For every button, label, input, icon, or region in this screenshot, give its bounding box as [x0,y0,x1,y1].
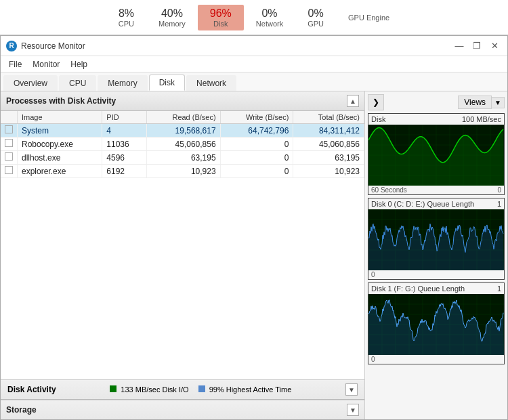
table-row[interactable]: explorer.exe 6192 10,923 0 10,923 [1,165,364,178]
tab-bar: Overview CPU Memory Disk Network [1,72,507,91]
table-row[interactable]: Robocopy.exe 11036 45,060,856 0 45,060,8… [1,138,364,151]
window-title: Resource Monitor [21,41,85,51]
disk-io-stat: 133 MB/sec Disk I/O [110,385,188,394]
process-table[interactable]: Image PID Read (B/sec) Write (B/sec) Tot… [1,111,364,379]
disk-chart-label: Disk [371,115,385,123]
blue-dot-icon [198,385,205,392]
row-read: 10,923 [146,165,220,178]
row-checkbox[interactable] [1,151,18,165]
row-total: 84,311,412 [293,124,364,138]
row-pid: 6192 [102,165,146,178]
main-window: R Resource Monitor — ❐ ✕ File Monitor He… [0,35,508,420]
col-pid[interactable]: PID [102,111,146,124]
row-image: dllhost.exe [18,151,102,165]
disk1-chart-container: Disk 1 (F: G:) Queue Length 1 0 [368,282,505,364]
row-checkbox[interactable] [1,138,18,151]
disk-activity-stats: 133 MB/sec Disk I/O 99% Highest Active T… [110,385,291,394]
row-write: 64,742,796 [220,124,293,138]
row-write: 0 [220,165,293,178]
title-bar-left: R Resource Monitor [6,41,85,51]
row-pid: 4596 [102,151,146,165]
network-stat[interactable]: 0% Network [244,5,295,30]
tab-overview[interactable]: Overview [3,75,58,91]
row-read: 45,060,856 [146,138,220,151]
row-write: 0 [220,151,293,165]
tab-memory[interactable]: Memory [98,75,147,91]
row-total: 10,923 [293,165,364,178]
title-bar-controls: — ❐ ✕ [452,39,502,54]
processes-section-header[interactable]: Processes with Disk Activity ▲ [1,91,364,111]
col-image[interactable]: Image [18,111,102,124]
network-label: Network [256,20,283,28]
disk-stat[interactable]: 96% Disk [198,5,244,30]
row-image: System [18,124,102,138]
menu-monitor[interactable]: Monitor [27,58,65,70]
green-dot-icon [110,385,117,392]
left-panel: Processes with Disk Activity ▲ Image PID… [1,91,365,419]
gpu-label: GPU [308,20,324,28]
disk0-chart-container: Disk 0 (C: D: E:) Queue Length 1 0 [368,198,505,280]
table-row[interactable]: System 4 19,568,617 64,742,796 84,311,41… [1,124,364,138]
table-row[interactable]: dllhost.exe 4596 63,195 0 63,195 [1,151,364,165]
tab-cpu[interactable]: CPU [59,75,96,91]
menu-bar: File Monitor Help [1,56,507,72]
disk-chart-area [368,125,504,186]
memory-percent: 40% [161,7,183,20]
gpu-engine-stat[interactable]: GPU Engine [336,11,402,24]
row-image: explorer.exe [18,165,102,178]
views-dropdown-arrow[interactable]: ▼ [492,97,505,108]
disk-chart-scale: 100 MB/sec [462,115,501,123]
row-read: 63,195 [146,151,220,165]
disk1-chart-footer: 0 [368,355,504,364]
menu-file[interactable]: File [3,58,27,70]
main-content: Processes with Disk Activity ▲ Image PID… [1,91,507,419]
memory-stat[interactable]: 40% Memory [146,5,198,30]
disk0-chart-scale: 1 [497,200,501,208]
disk0-chart-label: Disk 0 (C: D: E:) Queue Length [371,200,474,208]
close-button[interactable]: ✕ [487,39,502,54]
minimize-button[interactable]: — [452,39,467,54]
disk-chart-footer: 60 Seconds 0 [368,186,504,194]
storage-section-header[interactable]: Storage ▼ [1,400,364,419]
disk1-chart-area [368,294,504,355]
row-total: 45,060,856 [293,138,364,151]
cpu-percent: 8% [119,7,134,20]
gpu-stat[interactable]: 0% GPU [295,5,336,30]
col-checkbox [1,111,18,124]
title-bar: R Resource Monitor — ❐ ✕ [1,36,507,56]
disk-activity-collapse-btn[interactable]: ▼ [345,383,358,396]
row-write: 0 [220,138,293,151]
disk-percent: 96% [210,7,232,20]
processes-collapse-btn[interactable]: ▲ [347,95,359,107]
disk-active-stat: 99% Highest Active Time [198,385,292,394]
processes-title: Processes with Disk Activity [6,96,116,106]
tab-disk[interactable]: Disk [149,75,185,91]
storage-collapse-btn[interactable]: ▼ [347,404,359,416]
nav-arrow-button[interactable]: ❯ [368,94,384,110]
app-icon: R [6,41,17,51]
row-total: 63,195 [293,151,364,165]
disk-activity-left: Disk Activity [7,385,56,394]
gpu-percent: 0% [308,7,324,20]
col-total[interactable]: Total (B/sec) [293,111,364,124]
memory-label: Memory [158,20,186,28]
col-read[interactable]: Read (B/sec) [146,111,220,124]
views-label: Views [458,96,492,109]
network-percent: 0% [261,7,277,20]
disk-chart-footer-left: 60 Seconds [371,186,407,194]
row-checkbox[interactable] [1,165,18,178]
disk-activity-section[interactable]: Disk Activity 133 MB/sec Disk I/O 99% Hi… [1,379,364,400]
processes-data-table: Image PID Read (B/sec) Write (B/sec) Tot… [1,111,364,178]
menu-help[interactable]: Help [65,58,93,70]
disk-chart-container: Disk 100 MB/sec 60 Seconds 0 [368,113,505,195]
maximize-button[interactable]: ❐ [469,39,484,54]
row-checkbox[interactable] [1,124,18,138]
disk0-chart-footer: 0 [368,270,504,279]
col-write[interactable]: Write (B/sec) [220,111,293,124]
gpu-engine-label: GPU Engine [348,14,389,22]
taskbar-top: 8% CPU 40% Memory 96% Disk 0% Network 0%… [0,0,508,35]
tab-network[interactable]: Network [186,75,236,91]
disk0-chart-footer-right: 0 [371,271,375,278]
cpu-stat[interactable]: 8% CPU [106,5,146,30]
views-button[interactable]: Views ▼ [458,96,505,109]
